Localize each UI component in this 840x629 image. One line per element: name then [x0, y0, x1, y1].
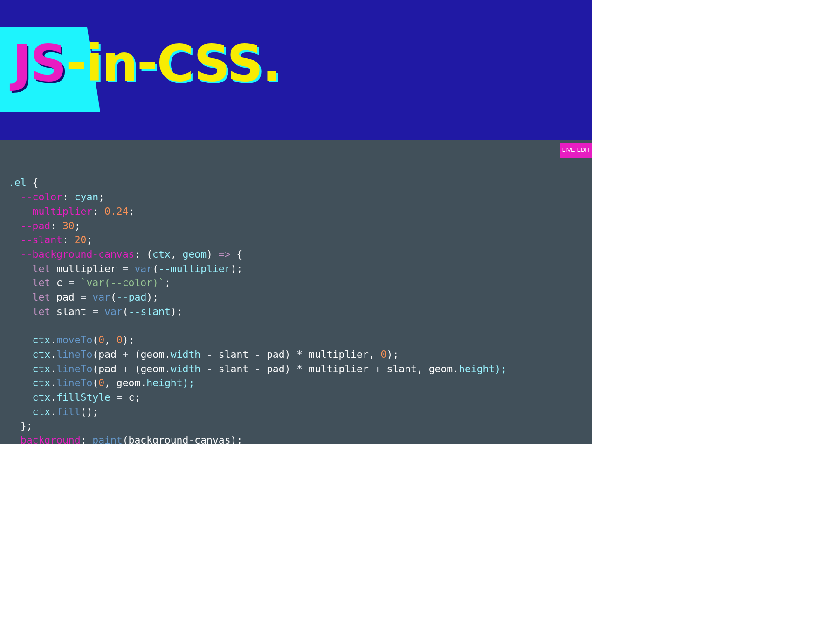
code-token: -: [255, 349, 261, 360]
code-token: cyan: [75, 191, 99, 203]
code-token: geom: [183, 248, 207, 260]
code-token: [75, 277, 81, 288]
code-token: (: [152, 263, 158, 274]
code-token: --pad: [8, 220, 50, 232]
slide-title: JS-in-CSS.: [13, 38, 281, 89]
code-token: pad: [50, 291, 80, 303]
code-token: height);: [459, 363, 507, 375]
code-token: width: [171, 363, 207, 375]
code-token: =: [123, 263, 129, 274]
code-token: multiplier: [50, 263, 123, 274]
code-token: +: [375, 363, 381, 375]
code-token: 20: [75, 234, 87, 246]
code-token: =: [69, 277, 75, 288]
code-token: (: [92, 334, 98, 346]
code-token: :: [81, 434, 93, 444]
code-token: , geom: [104, 377, 140, 389]
code-token: let: [33, 306, 51, 317]
code-token: -: [207, 363, 213, 375]
code-token: -: [255, 363, 261, 375]
code-token: .: [50, 349, 56, 360]
code-token: (: [123, 306, 129, 317]
code-token: .: [50, 406, 56, 417]
code-token: (geom: [129, 349, 165, 360]
code-token: -: [207, 349, 213, 360]
code-token: 0: [381, 349, 387, 360]
code-token: {: [231, 248, 243, 260]
code-editor[interactable]: LIVE EDIT .el { --color: cyan; --multipl…: [0, 140, 592, 444]
code-token: c;: [123, 391, 141, 403]
code-token: height);: [146, 377, 194, 389]
code-token: ctx: [8, 363, 50, 375]
code-token: lineTo: [56, 363, 92, 375]
code-token: =: [81, 291, 87, 303]
code-token: pad): [261, 349, 296, 360]
code-token: ;: [86, 234, 92, 246]
code-token: :: [62, 191, 75, 203]
code-token: );: [146, 291, 158, 303]
code-token: };: [8, 420, 33, 431]
code-token: +: [123, 363, 129, 375]
code-token: .: [140, 377, 146, 389]
code-token: moveTo: [56, 334, 92, 346]
code-token: .: [453, 363, 459, 375]
code-token: slant: [50, 306, 92, 317]
code-token: --multiplier: [8, 205, 92, 217]
code-token: );: [123, 334, 135, 346]
code-token: =: [92, 306, 98, 317]
code-token: .: [165, 363, 171, 375]
code-token: 0.24: [104, 205, 129, 217]
code-token: .: [50, 334, 56, 346]
code-token: [98, 306, 104, 317]
title-js: JS: [13, 34, 66, 92]
code-token: fill: [56, 406, 81, 417]
editor-caret: [93, 234, 93, 245]
code-token: ();: [81, 406, 99, 417]
code-token: 0: [117, 334, 123, 346]
code-token: );: [171, 306, 183, 317]
code-token: fillStyle: [56, 391, 117, 403]
code-token: slant: [213, 363, 255, 375]
code-token: [8, 277, 33, 288]
code-token: (: [110, 291, 117, 303]
code-token: :: [62, 234, 75, 246]
code-token: let: [33, 277, 51, 288]
code-token: (geom: [129, 363, 165, 375]
code-token: 30: [62, 220, 75, 232]
code-token: (: [92, 377, 98, 389]
code-token: background: [8, 434, 81, 444]
code-token: .: [50, 391, 56, 403]
code-token: 0: [98, 377, 104, 389]
code-token: ;: [165, 277, 171, 288]
code-token: : (: [134, 248, 152, 260]
code-token: (pad: [92, 349, 122, 360]
code-token: ctx: [8, 377, 50, 389]
code-token: ;: [98, 191, 104, 203]
code-token: [8, 306, 33, 317]
code-token: multiplier,: [303, 349, 380, 360]
code-token: ctx: [8, 334, 50, 346]
code-token: =: [117, 391, 123, 403]
code-token: {: [27, 177, 39, 188]
code-token: width: [171, 349, 207, 360]
code-token: ): [207, 248, 219, 260]
code-token: .: [50, 377, 56, 389]
code-token: ctx: [8, 391, 50, 403]
code-token: slant: [213, 349, 255, 360]
code-token: ,: [171, 248, 183, 260]
code-token: `var(--color)`: [81, 277, 165, 288]
code-token: );: [387, 349, 399, 360]
code-token: ;: [129, 205, 135, 217]
code-token: multiplier: [303, 363, 375, 375]
code-token: =>: [219, 248, 231, 260]
code-token: lineTo: [56, 349, 92, 360]
code-token: slant, geom: [381, 363, 453, 375]
code-token: [8, 263, 33, 274]
code-token: (pad: [92, 363, 122, 375]
code-token: ctx: [152, 248, 171, 260]
code-token: --slant: [129, 306, 171, 317]
code-token: .: [50, 363, 56, 375]
code-token: .: [165, 349, 171, 360]
live-edit-badge: LIVE EDIT: [560, 143, 592, 158]
code-token: [129, 263, 135, 274]
